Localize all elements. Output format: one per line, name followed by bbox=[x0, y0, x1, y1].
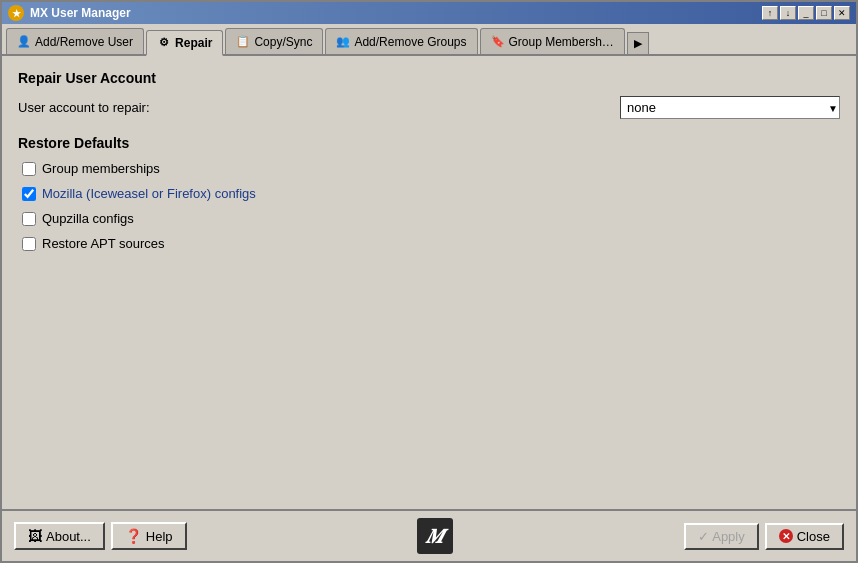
tab-group-membership-label: Group Membersh… bbox=[509, 35, 614, 49]
repair-section-title: Repair User Account bbox=[18, 70, 840, 86]
add-remove-groups-icon: 👥 bbox=[336, 35, 350, 49]
mx-logo: 𝑴 bbox=[417, 518, 453, 554]
copy-sync-icon: 📋 bbox=[236, 35, 250, 49]
tab-add-remove-user-label: Add/Remove User bbox=[35, 35, 133, 49]
tab-copy-sync-label: Copy/Sync bbox=[254, 35, 312, 49]
footer: 🖼 About... ❓ Help 𝑴 ✓ Apply ✕ Close bbox=[2, 509, 856, 561]
user-account-row: User account to repair: none ▼ bbox=[18, 96, 840, 119]
apply-label: ✓ Apply bbox=[698, 529, 744, 544]
checkbox-restore-apt-label[interactable]: Restore APT sources bbox=[42, 236, 165, 251]
restore-defaults-section: Restore Defaults Group memberships Mozil… bbox=[18, 135, 840, 251]
tab-add-remove-user[interactable]: 👤 Add/Remove User bbox=[6, 28, 144, 54]
user-account-select[interactable]: none bbox=[620, 96, 840, 119]
checkbox-group-memberships-label[interactable]: Group memberships bbox=[42, 161, 160, 176]
checkbox-group-memberships[interactable] bbox=[22, 162, 36, 176]
user-account-select-wrapper: none ▼ bbox=[620, 96, 840, 119]
add-remove-user-icon: 👤 bbox=[17, 35, 31, 49]
checkbox-row-apt: Restore APT sources bbox=[18, 236, 840, 251]
user-account-label: User account to repair: bbox=[18, 100, 150, 115]
footer-center-logo: 𝑴 bbox=[417, 518, 453, 554]
group-membership-icon: 🔖 bbox=[491, 35, 505, 49]
title-bar-controls: ↑ ↓ _ □ ✕ bbox=[762, 6, 850, 20]
about-button[interactable]: 🖼 About... bbox=[14, 522, 105, 550]
checkbox-row-group-memberships: Group memberships bbox=[18, 161, 840, 176]
checkbox-qupzilla-configs-label[interactable]: Qupzilla configs bbox=[42, 211, 134, 226]
window-title: MX User Manager bbox=[30, 6, 131, 20]
tab-repair-label: Repair bbox=[175, 36, 212, 50]
close-icon: ✕ bbox=[779, 529, 793, 543]
help-button[interactable]: ❓ Help bbox=[111, 522, 187, 550]
repair-icon: ⚙ bbox=[157, 36, 171, 50]
content-area: Repair User Account User account to repa… bbox=[2, 56, 856, 509]
tab-more-btn[interactable]: ▶ bbox=[627, 32, 649, 54]
checkbox-mozilla-configs[interactable] bbox=[22, 187, 36, 201]
main-window: ★ MX User Manager ↑ ↓ _ □ ✕ 👤 Add/Remove… bbox=[0, 0, 858, 563]
app-icon: ★ bbox=[8, 5, 24, 21]
footer-right-buttons: ✓ Apply ✕ Close bbox=[684, 523, 844, 550]
checkbox-qupzilla-configs[interactable] bbox=[22, 212, 36, 226]
tab-repair[interactable]: ⚙ Repair bbox=[146, 30, 223, 56]
tab-add-remove-groups-label: Add/Remove Groups bbox=[354, 35, 466, 49]
about-icon: 🖼 bbox=[28, 528, 42, 544]
maximize-btn[interactable]: □ bbox=[816, 6, 832, 20]
checkbox-row-qupzilla: Qupzilla configs bbox=[18, 211, 840, 226]
tabs-bar: 👤 Add/Remove User ⚙ Repair 📋 Copy/Sync 👥… bbox=[2, 24, 856, 56]
apply-button[interactable]: ✓ Apply bbox=[684, 523, 758, 550]
tab-group-membership[interactable]: 🔖 Group Membersh… bbox=[480, 28, 625, 54]
tab-add-remove-groups[interactable]: 👥 Add/Remove Groups bbox=[325, 28, 477, 54]
checkbox-mozilla-configs-label[interactable]: Mozilla (Iceweasel or Firefox) configs bbox=[42, 186, 256, 201]
tab-copy-sync[interactable]: 📋 Copy/Sync bbox=[225, 28, 323, 54]
mx-logo-text: 𝑴 bbox=[426, 525, 444, 548]
restore-defaults-title: Restore Defaults bbox=[18, 135, 840, 151]
help-icon: ❓ bbox=[125, 528, 142, 544]
help-label: Help bbox=[146, 529, 173, 544]
arrow-up-btn[interactable]: ↑ bbox=[762, 6, 778, 20]
title-bar: ★ MX User Manager ↑ ↓ _ □ ✕ bbox=[2, 2, 856, 24]
minimize-btn[interactable]: _ bbox=[798, 6, 814, 20]
close-label: Close bbox=[797, 529, 830, 544]
close-button[interactable]: ✕ Close bbox=[765, 523, 844, 550]
about-label: About... bbox=[46, 529, 91, 544]
footer-left-buttons: 🖼 About... ❓ Help bbox=[14, 522, 187, 550]
title-bar-left: ★ MX User Manager bbox=[8, 5, 131, 21]
arrow-down-btn[interactable]: ↓ bbox=[780, 6, 796, 20]
checkbox-restore-apt[interactable] bbox=[22, 237, 36, 251]
checkbox-row-mozilla: Mozilla (Iceweasel or Firefox) configs bbox=[18, 186, 840, 201]
close-btn[interactable]: ✕ bbox=[834, 6, 850, 20]
